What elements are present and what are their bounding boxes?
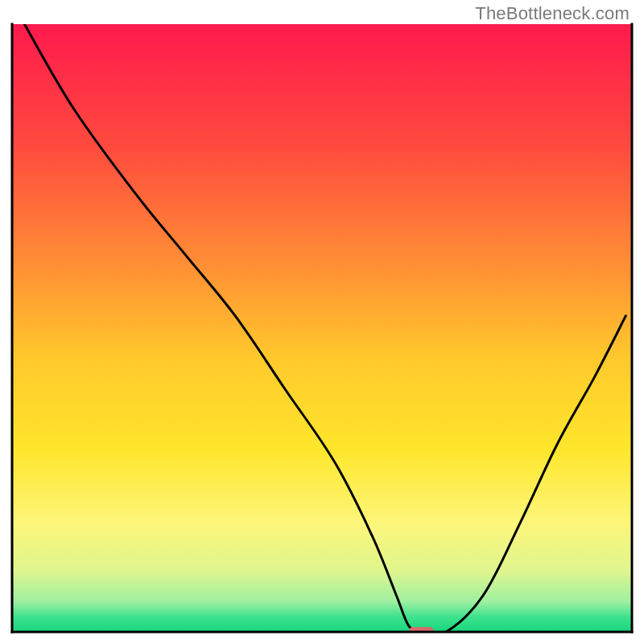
plot-background bbox=[12, 24, 632, 632]
chart-container: TheBottleneck.com bbox=[0, 0, 644, 644]
watermark-text: TheBottleneck.com bbox=[475, 3, 630, 24]
bottleneck-chart bbox=[0, 0, 644, 644]
